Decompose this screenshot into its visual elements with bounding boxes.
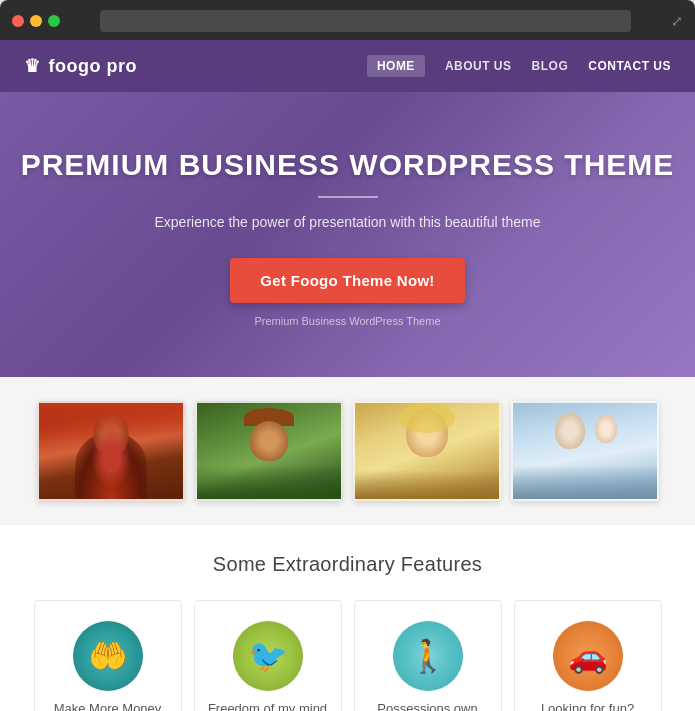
features-title: Some Extraordinary Features xyxy=(20,553,675,576)
browser-dots xyxy=(12,15,60,27)
browser-chrome: ⤢ xyxy=(0,0,695,40)
feature-icon-money: 🤲 xyxy=(73,621,143,691)
feature-card-car: 🚗 Looking for fun? xyxy=(514,600,662,711)
hero-title: PREMIUM BUSINESS WORDPRESS THEME xyxy=(21,148,675,182)
gallery-img-2 xyxy=(197,403,341,499)
logo[interactable]: ♛ foogo pro xyxy=(24,55,137,77)
feature-card-walk: 🚶 Possessions own you. xyxy=(354,600,502,711)
gallery-section xyxy=(0,377,695,525)
nav-item-blog[interactable]: BLOG xyxy=(532,59,569,73)
expand-icon[interactable]: ⤢ xyxy=(671,13,683,29)
feature-label-money: Make More Money xyxy=(54,701,162,711)
nav-item-contact[interactable]: CONTACT US xyxy=(588,59,671,73)
gallery-img-1 xyxy=(39,403,183,499)
features-section: Some Extraordinary Features 🤲 Make More … xyxy=(0,525,695,711)
nav-item-about[interactable]: ABOUT US xyxy=(445,59,512,73)
feature-card-money: 🤲 Make More Money xyxy=(34,600,182,711)
feature-icon-walk: 🚶 xyxy=(393,621,463,691)
navbar: ♛ foogo pro HOME ABOUT US BLOG CONTACT U… xyxy=(0,40,695,92)
hero-cta-button[interactable]: Get Foogo Theme Now! xyxy=(230,258,464,303)
dot-yellow xyxy=(30,15,42,27)
gallery-item-1[interactable] xyxy=(37,401,185,501)
gallery-img-4 xyxy=(513,403,657,499)
hero-tagline: Premium Business WordPress Theme xyxy=(254,315,440,327)
gallery-item-2[interactable] xyxy=(195,401,343,501)
dot-red xyxy=(12,15,24,27)
feature-icon-bird: 🐦 xyxy=(233,621,303,691)
logo-text: foogo pro xyxy=(49,56,137,77)
gallery-item-3[interactable] xyxy=(353,401,501,501)
logo-icon: ♛ xyxy=(24,55,41,77)
hero-subtitle: Experience the power of presentation wit… xyxy=(154,214,540,230)
hero-divider xyxy=(318,196,378,198)
address-bar[interactable] xyxy=(100,10,631,32)
nav-links: HOME ABOUT US BLOG CONTACT US xyxy=(367,59,671,73)
hero-section: PREMIUM BUSINESS WORDPRESS THEME Experie… xyxy=(0,92,695,377)
feature-card-bird: 🐦 Freedom of my mind xyxy=(194,600,342,711)
gallery-item-4[interactable] xyxy=(511,401,659,501)
gallery-img-3 xyxy=(355,403,499,499)
dot-green xyxy=(48,15,60,27)
feature-label-bird: Freedom of my mind xyxy=(208,701,327,711)
features-grid: 🤲 Make More Money 🐦 Freedom of my mind 🚶… xyxy=(20,600,675,711)
feature-label-car: Looking for fun? xyxy=(541,701,634,711)
feature-icon-car: 🚗 xyxy=(553,621,623,691)
nav-item-home[interactable]: HOME xyxy=(367,59,425,73)
website-container: ♛ foogo pro HOME ABOUT US BLOG CONTACT U… xyxy=(0,40,695,711)
feature-label-walk: Possessions own you. xyxy=(365,701,491,711)
